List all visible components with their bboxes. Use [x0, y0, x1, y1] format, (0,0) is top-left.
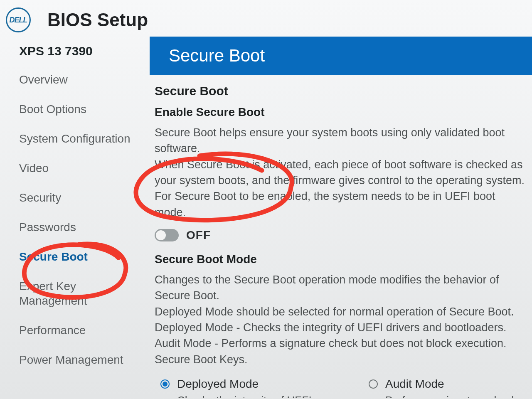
dell-logo-icon: DELL	[6, 7, 31, 32]
sidebar-item-video[interactable]: Video	[19, 161, 145, 175]
sidebar-item-performance[interactable]: Performance	[19, 323, 145, 337]
sidebar-item-security[interactable]: Security	[19, 190, 145, 205]
secure-boot-mode-options: Deployed Mode Checks the integrity of UE…	[150, 373, 532, 398]
sidebar-item-expert-key-management[interactable]: Expert Key Management	[19, 279, 145, 308]
secure-boot-mode-title: Secure Boot Mode	[150, 249, 532, 272]
radio-icon	[369, 379, 378, 389]
secure-boot-mode-desc: Changes to the Secure Boot operation mod…	[150, 272, 532, 373]
radio-audit-desc: Performs a signature check but does not …	[369, 393, 527, 398]
bios-screen: DELL BIOS Setup XPS 13 7390 Overview Boo…	[0, 0, 532, 399]
sidebar-item-system-configuration[interactable]: System Configuration	[19, 131, 145, 146]
radio-option-deployed: Deployed Mode Checks the integrity of UE…	[160, 377, 319, 398]
radio-deployed-desc: Checks the integrity of UEFI drivers and…	[160, 393, 319, 398]
radio-audit-label: Audit Mode	[385, 377, 444, 391]
radio-icon	[160, 379, 170, 389]
content-banner: Secure Boot	[150, 37, 532, 75]
sidebar-item-secure-boot[interactable]: Secure Boot	[19, 249, 145, 264]
sidebar-item-overview[interactable]: Overview	[19, 72, 145, 87]
body: XPS 13 7390 Overview Boot Options System…	[0, 37, 532, 398]
content: Secure Boot Secure Boot Enable Secure Bo…	[150, 37, 532, 398]
radio-option-audit: Audit Mode Performs a signature check bu…	[369, 377, 527, 398]
secure-boot-toggle-state: OFF	[186, 229, 211, 242]
radio-deployed-mode[interactable]: Deployed Mode	[160, 377, 319, 391]
toggle-knob-icon	[156, 230, 166, 240]
sidebar: XPS 13 7390 Overview Boot Options System…	[0, 37, 150, 398]
section-title-secure-boot: Secure Boot	[150, 84, 532, 102]
page-title: BIOS Setup	[47, 10, 148, 30]
secure-boot-toggle-row: OFF	[150, 226, 532, 249]
sidebar-item-passwords[interactable]: Passwords	[19, 220, 145, 234]
model-name: XPS 13 7390	[19, 44, 145, 58]
radio-audit-mode[interactable]: Audit Mode	[369, 377, 527, 391]
header: DELL BIOS Setup	[0, 0, 532, 37]
sidebar-item-power-management[interactable]: Power Management	[19, 352, 145, 367]
dell-logo-text: DELL	[10, 16, 27, 25]
enable-secure-boot-desc: Secure Boot helps ensure your system boo…	[150, 125, 532, 226]
radio-deployed-label: Deployed Mode	[177, 377, 259, 391]
enable-secure-boot-title: Enable Secure Boot	[150, 102, 532, 125]
secure-boot-toggle[interactable]	[155, 229, 179, 241]
sidebar-item-boot-options[interactable]: Boot Options	[19, 102, 145, 116]
